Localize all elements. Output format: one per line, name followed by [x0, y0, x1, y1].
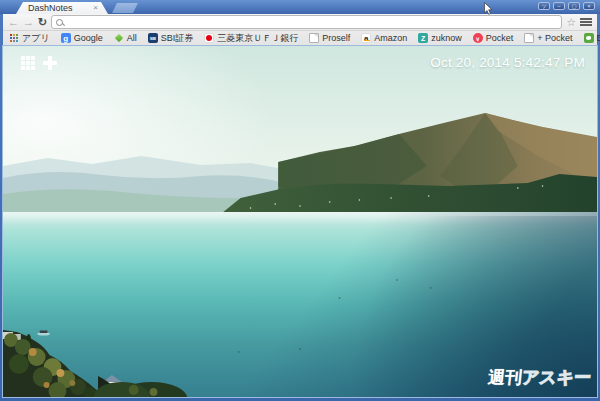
all-green-gem-favicon [114, 33, 124, 43]
search-icon [56, 19, 63, 26]
evernote-elephant-favicon [584, 33, 594, 43]
new-tab-button[interactable] [112, 3, 138, 13]
google-favicon: g [61, 33, 71, 43]
clock-display: Oct 20, 2014 5:42:47 PM [430, 55, 585, 70]
bookmark-zuknow[interactable]: Z zuknow [418, 32, 462, 44]
tab-dashnotes[interactable]: DashNotes × [16, 2, 108, 14]
navigation-toolbar: ← → ↻ ☆ [3, 14, 597, 31]
page-favicon [524, 33, 534, 43]
sbi-favicon: SBI [148, 33, 158, 43]
add-note-plus-icon[interactable] [43, 56, 57, 70]
extra-window-button[interactable]: ツ [538, 2, 550, 10]
tab-title: DashNotes [16, 3, 93, 13]
bookmark-google[interactable]: g Google [61, 32, 103, 44]
chrome-menu-icon[interactable] [580, 18, 592, 26]
apps-grid-favicon [9, 33, 19, 43]
bookmark-evernote[interactable]: Evernote [584, 32, 600, 44]
page-favicon [309, 33, 319, 43]
bookmark-plus-pocket[interactable]: + Pocket [524, 32, 572, 44]
mufg-red-circle-favicon [204, 33, 214, 43]
bookmark-apps[interactable]: アプリ [9, 32, 50, 44]
bookmark-star-icon[interactable]: ☆ [566, 16, 576, 28]
bookmark-pocket[interactable]: ∨ Pocket [473, 32, 514, 44]
bookmark-all[interactable]: All [114, 32, 137, 44]
dashnotes-dashboard: Oct 20, 2014 5:42:47 PM 週刊アスキー [3, 46, 597, 397]
weekly-ascii-watermark: 週刊アスキー [487, 366, 593, 389]
mouse-cursor-icon [484, 2, 493, 15]
pocket-favicon: ∨ [473, 33, 483, 43]
forward-icon[interactable]: → [23, 15, 34, 29]
bookmark-proself[interactable]: Proself [309, 32, 350, 44]
browser-window: DashNotes × ツ – ▢ × ← → ↻ ☆ [0, 0, 600, 401]
minimize-button[interactable]: – [553, 2, 565, 10]
restore-button[interactable]: ▢ [568, 2, 580, 10]
bookmark-mufg[interactable]: 三菱東京ＵＦＪ銀行 [204, 32, 298, 44]
window-controls: ツ – ▢ × [538, 2, 595, 10]
title-bar: DashNotes × ツ – ▢ × [0, 0, 600, 14]
lake-mountain-background-photo [3, 46, 597, 397]
back-icon[interactable]: ← [8, 15, 19, 29]
watermark-solid-text: 週刊 [487, 368, 523, 387]
amazon-favicon: a [361, 33, 371, 43]
bookmark-amazon[interactable]: a Amazon [361, 32, 407, 44]
bookmark-sbi[interactable]: SBI SBI証券 [148, 32, 194, 44]
watermark-outline-text: アスキー [521, 368, 592, 387]
close-button[interactable]: × [583, 2, 595, 10]
omnibox[interactable] [51, 15, 562, 29]
dashboard-grid-icon[interactable] [21, 56, 35, 70]
zuknow-favicon: Z [418, 33, 428, 43]
window-frame: ← → ↻ ☆ アプリ g Google All [0, 14, 600, 401]
omnibox-input[interactable] [66, 17, 557, 27]
reload-icon[interactable]: ↻ [38, 15, 47, 29]
bookmarks-bar: アプリ g Google All SBI SBI証券 三菱東京ＵＦＪ銀行 Pro… [3, 31, 597, 46]
tab-close-icon[interactable]: × [93, 3, 108, 13]
